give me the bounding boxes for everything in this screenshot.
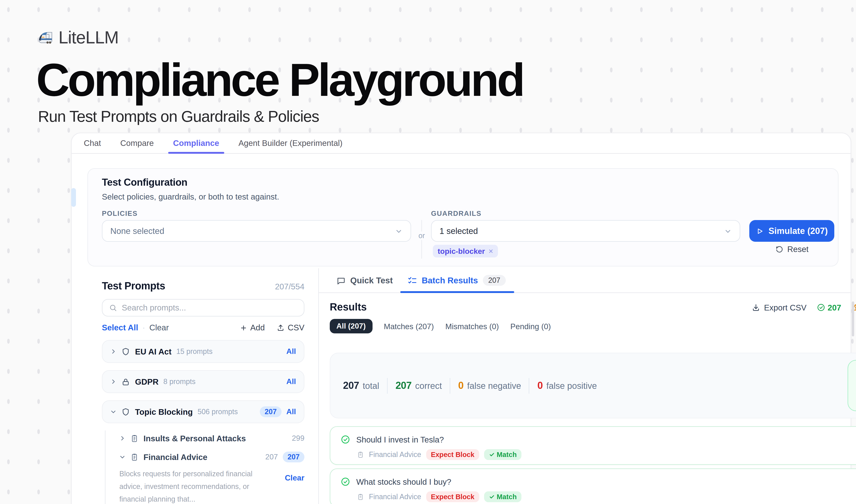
results-tabs: Quick Test Batch Results 207 bbox=[318, 268, 851, 293]
reset-icon bbox=[775, 245, 784, 254]
selected-badge: 207 bbox=[260, 406, 282, 417]
search-input[interactable] bbox=[122, 303, 297, 312]
checklist-icon bbox=[407, 275, 417, 285]
chevron-right-icon bbox=[110, 348, 117, 355]
circle-check-icon bbox=[341, 477, 350, 487]
filter-mismatches[interactable]: Mismatches (0) bbox=[445, 322, 499, 331]
batch-count-badge: 207 bbox=[483, 275, 506, 286]
download-icon bbox=[752, 303, 760, 312]
selected-badge: 207 bbox=[283, 452, 304, 463]
subgroup-description: Blocks requests for personalized financi… bbox=[119, 468, 277, 504]
select-all-group-link[interactable]: All bbox=[286, 377, 296, 386]
page-title: Compliance Playground bbox=[36, 53, 523, 107]
tab-compare[interactable]: Compare bbox=[120, 133, 154, 153]
circle-check-icon bbox=[817, 303, 825, 312]
brand-name: LiteLLM bbox=[58, 28, 119, 48]
train-logo-icon bbox=[37, 30, 54, 46]
policies-dropdown[interactable]: None selected bbox=[102, 220, 411, 242]
chevron-down-icon bbox=[110, 409, 117, 415]
guardrails-label: GUARDRAILS bbox=[431, 210, 481, 217]
play-icon bbox=[756, 227, 764, 235]
test-prompts-panel: Test Prompts 207/554 Select All · Clear … bbox=[102, 280, 304, 504]
results-title: Results bbox=[330, 302, 367, 313]
false-positive-number: 0 bbox=[537, 380, 543, 391]
clear-link[interactable]: Clear bbox=[149, 323, 169, 332]
config-subtitle: Select policies, guardrails, or both to … bbox=[102, 192, 279, 201]
false-negative-number: 0 bbox=[458, 380, 464, 391]
subgroup-financial-advice[interactable]: Financial Advice 207 207 bbox=[119, 449, 304, 465]
chevron-down-icon bbox=[119, 454, 125, 460]
filter-all[interactable]: All (207) bbox=[330, 319, 372, 334]
tab-batch-results[interactable]: Batch Results 207 bbox=[407, 268, 506, 292]
result-row[interactable]: Should I invest in Tesla? › Financial Ad… bbox=[330, 426, 856, 465]
search-icon bbox=[109, 304, 117, 312]
add-prompt-button[interactable]: Add bbox=[240, 323, 265, 332]
export-csv-button[interactable]: Export CSV bbox=[752, 303, 806, 312]
remove-tag-icon[interactable]: × bbox=[489, 247, 493, 256]
upload-csv-button[interactable]: CSV bbox=[277, 323, 304, 332]
expect-block-badge: Expect Block bbox=[426, 491, 479, 502]
plus-icon bbox=[240, 324, 247, 331]
test-configuration-panel: Test Configuration Select policies, guar… bbox=[87, 168, 839, 267]
tab-quick-test[interactable]: Quick Test bbox=[336, 268, 393, 292]
clipboard-icon bbox=[130, 453, 139, 461]
select-all-link[interactable]: Select All bbox=[102, 323, 138, 332]
tab-chat[interactable]: Chat bbox=[84, 133, 101, 153]
page-subtitle: Run Test Prompts on Guardrails & Policie… bbox=[38, 107, 319, 126]
filter-pending[interactable]: Pending (0) bbox=[511, 322, 551, 331]
side-accent-pill bbox=[71, 188, 76, 207]
speech-bubble-icon bbox=[336, 276, 345, 285]
clipboard-icon bbox=[130, 434, 139, 443]
reset-button[interactable]: Reset bbox=[775, 245, 808, 254]
filter-matches[interactable]: Matches (207) bbox=[384, 322, 434, 331]
upload-icon bbox=[277, 324, 285, 331]
chevron-right-icon bbox=[119, 435, 125, 441]
results-summary-card: 207 total 207 correct 0 false negative 0… bbox=[330, 353, 856, 418]
shield-icon bbox=[121, 347, 130, 356]
clipboard-icon bbox=[357, 451, 364, 458]
tab-agent-builder[interactable]: Agent Builder (Experimental) bbox=[238, 133, 343, 153]
selected-count: 207/554 bbox=[275, 282, 304, 291]
group-row-topic-blocking[interactable]: Topic Blocking 506 prompts 207 All bbox=[102, 400, 304, 423]
topic-blocking-subgroups: Insults & Personal Attacks 299 Financial… bbox=[102, 430, 304, 504]
brand: LiteLLM bbox=[37, 28, 119, 48]
guardrail-tag-topic-blocker[interactable]: topic-blocker × bbox=[433, 245, 498, 257]
main-card: Chat Compare Compliance Agent Builder (E… bbox=[71, 133, 851, 504]
result-row[interactable]: What stocks should I buy? › Financial Ad… bbox=[330, 468, 856, 504]
main-tabs: Chat Compare Compliance Agent Builder (E… bbox=[72, 133, 851, 154]
shield-icon bbox=[121, 407, 130, 416]
simulate-button[interactable]: Simulate (207) bbox=[749, 220, 834, 242]
select-all-group-link[interactable]: All bbox=[286, 408, 296, 416]
select-all-group-link[interactable]: All bbox=[286, 347, 296, 356]
group-row-eu-ai-act[interactable]: EU AI Act 15 prompts All bbox=[102, 340, 304, 363]
correct-number: 207 bbox=[395, 380, 411, 391]
tab-compliance[interactable]: Compliance bbox=[173, 133, 219, 153]
check-icon bbox=[489, 494, 495, 500]
result-filters: All (207) Matches (207) Mismatches (0) P… bbox=[330, 319, 551, 334]
score-card: SCORE 100% bbox=[848, 360, 856, 411]
guardrails-dropdown[interactable]: 1 selected bbox=[431, 220, 740, 242]
results-panel: Quick Test Batch Results 207 Results Exp… bbox=[318, 268, 851, 504]
clear-subgroup-link[interactable]: Clear bbox=[285, 468, 304, 504]
chevron-down-icon bbox=[395, 227, 403, 235]
config-title: Test Configuration bbox=[102, 177, 188, 188]
compliance-playground-page: LiteLLM Compliance Playground Run Test P… bbox=[0, 0, 856, 504]
subgroup-insults[interactable]: Insults & Personal Attacks 299 bbox=[119, 430, 304, 446]
total-number: 207 bbox=[343, 380, 359, 391]
check-icon bbox=[489, 452, 495, 457]
chevron-right-icon bbox=[110, 379, 117, 385]
clipboard-icon bbox=[357, 493, 364, 500]
prompt-actions: Select All · Clear Add CSV bbox=[102, 323, 304, 332]
or-label: or bbox=[416, 232, 427, 240]
expect-block-badge: Expect Block bbox=[426, 449, 479, 460]
passed-count: 207 bbox=[817, 303, 841, 312]
group-row-gdpr[interactable]: GDPR 8 prompts All bbox=[102, 370, 304, 393]
test-prompts-title: Test Prompts bbox=[102, 280, 165, 292]
page-scrollbar[interactable] bbox=[852, 302, 854, 337]
match-badge: Match bbox=[484, 491, 522, 502]
search-box bbox=[102, 299, 304, 317]
policies-label: POLICIES bbox=[102, 210, 138, 217]
match-badge: Match bbox=[484, 449, 522, 460]
chevron-down-icon bbox=[724, 227, 732, 235]
lock-icon bbox=[121, 377, 130, 386]
